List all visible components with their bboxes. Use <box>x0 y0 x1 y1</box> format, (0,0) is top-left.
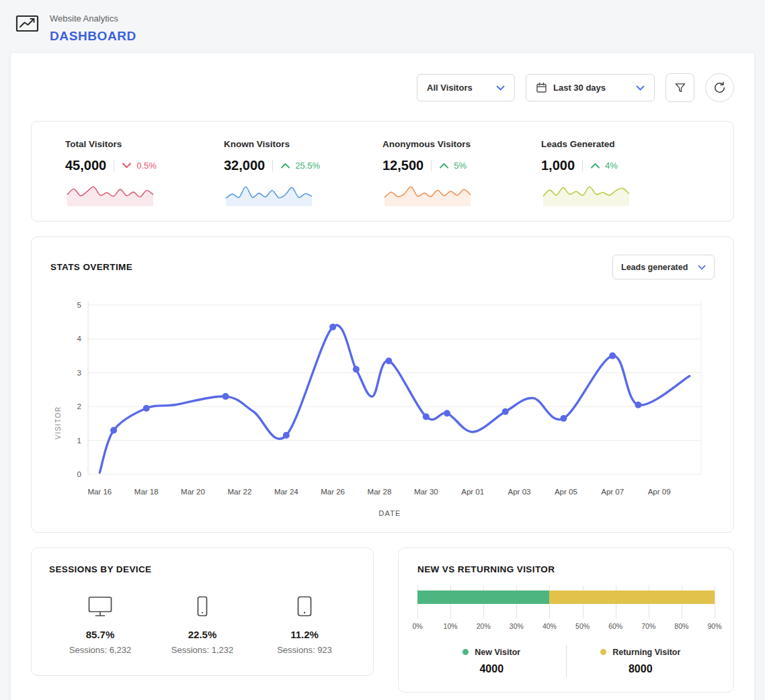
trend-up-icon <box>439 162 449 169</box>
filter-funnel-icon <box>674 81 687 95</box>
legend-returning-visitor: Returning Visitor 8000 <box>567 648 715 675</box>
legend-value: 4000 <box>479 663 504 675</box>
returning-visitor-dot-icon <box>600 649 606 655</box>
chevron-down-icon <box>636 85 645 91</box>
main-panel: All Visitors Last 30 days <box>11 53 754 700</box>
stat-leads-generated: Leads Generated 1,000 4% <box>541 139 700 208</box>
axis-tick-label: 70% <box>641 622 655 630</box>
axis-tick-label: 60% <box>608 622 622 630</box>
refresh-button[interactable] <box>705 73 734 102</box>
device-tablet: 11.2% Sessions: 923 <box>253 595 356 655</box>
date-range-select[interactable]: Last 30 days <box>526 74 655 101</box>
new-vs-returning-card: NEW VS RETURNING VISITOR 0%10%20%30%40%5… <box>398 548 734 693</box>
axis-tick-label: 30% <box>510 622 524 630</box>
svg-text:Mar 20: Mar 20 <box>181 488 205 496</box>
axis-tick-label: 20% <box>477 622 491 630</box>
stat-delta: 0.5% <box>136 161 157 171</box>
toolbar: All Visitors Last 30 days <box>31 73 734 102</box>
svg-text:3: 3 <box>77 369 81 377</box>
sparkline-anonymous-visitors <box>382 182 473 208</box>
x-axis-label: DATE <box>65 509 715 520</box>
stat-label: Total Visitors <box>65 139 224 149</box>
svg-text:Apr 03: Apr 03 <box>508 488 531 496</box>
sparkline-total-visitors <box>65 182 155 208</box>
y-axis-label: VISITOR <box>50 298 65 520</box>
svg-text:4: 4 <box>77 335 82 343</box>
bar-axis-ticks: 0%10%20%30%40%50%60%70%80%90% <box>417 622 715 631</box>
calendar-icon <box>536 82 547 93</box>
svg-text:Mar 24: Mar 24 <box>274 488 298 496</box>
device-sessions: Sessions: 6,232 <box>69 645 132 655</box>
legend-label: Returning Visitor <box>612 648 680 657</box>
mobile-icon <box>196 595 209 617</box>
stat-anonymous-visitors: Anonymous Visitors 12,500 5% <box>382 139 541 208</box>
sparkline-known-visitors <box>224 182 314 208</box>
svg-text:0: 0 <box>77 470 81 478</box>
divider <box>114 160 114 171</box>
stat-label: Leads Generated <box>541 139 700 149</box>
device-percent: 11.2% <box>290 629 319 640</box>
gridline <box>715 585 715 619</box>
stats-overtime-title: STATS OVERTIME <box>50 262 132 272</box>
date-range-value: Last 30 days <box>553 83 606 93</box>
page-title: DASHBOARD <box>50 29 136 44</box>
bar-segment-new-visitor <box>417 590 549 604</box>
line-chart-region: VISITOR 012345Mar 16Mar 18Mar 20Mar 22Ma… <box>50 298 715 520</box>
visitor-filter-value: All Visitors <box>427 83 473 93</box>
svg-text:Mar 28: Mar 28 <box>368 488 392 496</box>
tablet-icon <box>296 595 313 617</box>
bar-legend: New Visitor 4000 Returning Visitor 8000 <box>417 645 715 677</box>
svg-text:1: 1 <box>77 437 81 445</box>
bar-track <box>417 590 715 604</box>
divider <box>582 160 583 171</box>
trend-up-icon <box>590 162 600 169</box>
stat-delta: 4% <box>605 161 618 171</box>
stat-value: 32,000 <box>224 158 265 173</box>
trend-down-icon <box>122 162 132 169</box>
metric-select[interactable]: Leads generated <box>612 255 715 279</box>
svg-text:Mar 30: Mar 30 <box>414 488 438 496</box>
divider <box>272 160 273 171</box>
bar-segment-returning-visitor <box>549 590 715 604</box>
new-visitor-dot-icon <box>462 649 469 655</box>
chevron-down-icon <box>698 265 706 270</box>
device-sessions: Sessions: 1,232 <box>171 645 234 655</box>
refresh-icon <box>713 81 727 95</box>
axis-tick-label: 50% <box>575 622 590 630</box>
svg-text:2: 2 <box>77 402 81 410</box>
device-desktop: 85.7% Sessions: 6,232 <box>49 595 151 655</box>
axis-tick-label: 0% <box>412 622 422 630</box>
legend-value: 8000 <box>629 663 653 675</box>
stat-value: 1,000 <box>541 158 575 173</box>
stats-overtime-card: STATS OVERTIME Leads generated VISITOR 0… <box>31 236 734 533</box>
svg-text:Mar 16: Mar 16 <box>87 488 112 496</box>
trend-up-icon <box>280 162 290 169</box>
svg-text:Apr 09: Apr 09 <box>648 488 671 496</box>
visitors-line-chart: 012345Mar 16Mar 18Mar 20Mar 22Mar 24Mar … <box>65 298 711 500</box>
stat-label: Anonymous Visitors <box>382 139 541 149</box>
header-titles: Website Analytics DASHBOARD <box>50 11 136 44</box>
new-vs-returning-title: NEW VS RETURNING VISITOR <box>417 564 715 574</box>
bottom-row: SESSIONS BY DEVICE 85.7% Sessions: 6,232 <box>31 548 734 693</box>
stat-label: Known Visitors <box>224 139 382 149</box>
svg-text:Mar 18: Mar 18 <box>134 488 159 496</box>
app-header: Website Analytics DASHBOARD <box>0 0 765 53</box>
visitor-filter-select[interactable]: All Visitors <box>417 74 515 101</box>
svg-text:5: 5 <box>77 301 81 309</box>
legend-label: New Visitor <box>475 648 520 657</box>
axis-tick-label: 80% <box>674 622 688 630</box>
stat-value: 12,500 <box>382 158 424 173</box>
stat-value: 45,000 <box>65 158 106 173</box>
sessions-by-device-title: SESSIONS BY DEVICE <box>49 564 356 574</box>
device-percent: 85.7% <box>86 629 115 640</box>
axis-tick-label: 40% <box>542 622 557 630</box>
stat-known-visitors: Known Visitors 32,000 25.5% <box>224 139 382 208</box>
app-name: Website Analytics <box>50 13 136 24</box>
device-percent: 22.5% <box>188 629 217 640</box>
sessions-by-device-card: SESSIONS BY DEVICE 85.7% Sessions: 6,232 <box>31 548 374 676</box>
svg-text:Mar 22: Mar 22 <box>228 488 252 496</box>
filter-button[interactable] <box>666 73 694 102</box>
analytics-logo-icon <box>15 12 40 36</box>
axis-tick-label: 90% <box>707 622 721 630</box>
desktop-icon <box>87 595 114 617</box>
